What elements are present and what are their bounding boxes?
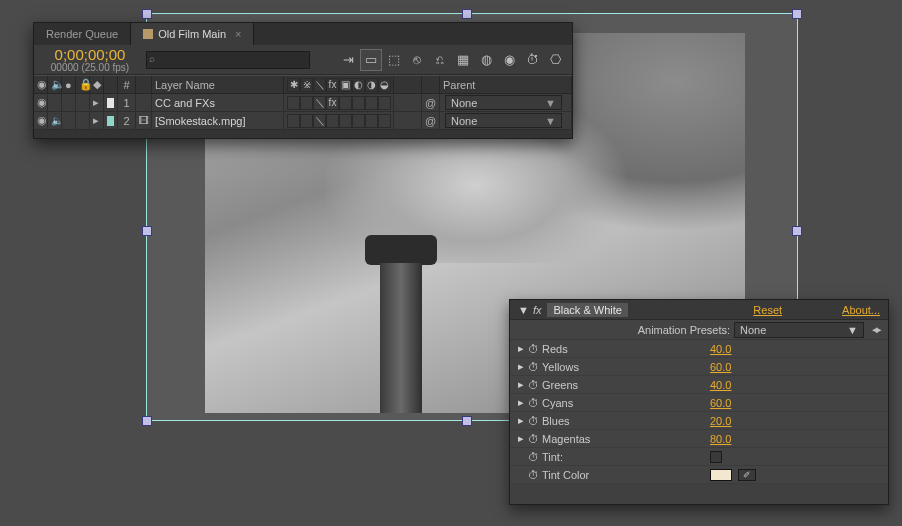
effect-reset-link[interactable]: Reset: [753, 304, 782, 316]
layer-audio-toggle[interactable]: 🔈: [48, 112, 62, 129]
property-value[interactable]: 60.0: [710, 397, 731, 409]
col-layer-name[interactable]: Layer Name: [152, 76, 284, 93]
layer-switch[interactable]: [300, 96, 313, 110]
bbox-handle[interactable]: [463, 10, 471, 18]
stopwatch-icon[interactable]: ⏱: [528, 397, 542, 409]
layer-switch[interactable]: [326, 114, 339, 128]
switch-header-icon[interactable]: ◐: [352, 78, 365, 92]
stopwatch-icon[interactable]: ⏱: [528, 379, 542, 391]
layer-lock-toggle[interactable]: [76, 112, 90, 129]
search-input[interactable]: [146, 51, 310, 69]
stopwatch-icon[interactable]: ⏱: [528, 451, 542, 463]
parent-pickwhip-icon[interactable]: @: [422, 112, 440, 129]
layer-name[interactable]: CC and FXs: [152, 94, 284, 111]
parent-dropdown[interactable]: None ▼: [445, 95, 562, 110]
property-value[interactable]: 60.0: [710, 361, 731, 373]
stopwatch-icon[interactable]: ⏱: [528, 433, 542, 445]
effect-about-link[interactable]: About...: [842, 304, 880, 316]
tool-icon[interactable]: ▦: [452, 49, 474, 71]
property-value[interactable]: 20.0: [710, 415, 731, 427]
layer-color-swatch[interactable]: [104, 112, 118, 129]
col-visibility-icon[interactable]: ◉: [34, 76, 48, 93]
layer-switch[interactable]: ＼: [313, 96, 326, 110]
effect-name[interactable]: Black & White: [547, 303, 627, 317]
property-twirl[interactable]: ▸: [518, 432, 528, 445]
col-label[interactable]: ◆: [90, 76, 104, 93]
eyedropper-icon[interactable]: ✐: [738, 469, 756, 481]
col-lock-icon[interactable]: 🔒: [76, 76, 90, 93]
layer-visibility-toggle[interactable]: ◉: [34, 112, 48, 129]
presets-nav-arrows[interactable]: ◂▸: [872, 323, 880, 336]
property-value[interactable]: 40.0: [710, 379, 731, 391]
layer-switch[interactable]: [352, 114, 365, 128]
tool-icon[interactable]: ⎌: [429, 49, 451, 71]
bbox-handle[interactable]: [143, 227, 151, 235]
property-twirl[interactable]: ▸: [518, 378, 528, 391]
current-time[interactable]: 0;00;00;00 00000 (25.00 fps): [34, 47, 146, 73]
bbox-handle[interactable]: [793, 10, 801, 18]
layer-switch[interactable]: [339, 114, 352, 128]
layer-switch[interactable]: [378, 96, 391, 110]
property-twirl[interactable]: ▸: [518, 396, 528, 409]
tool-icon[interactable]: ▭: [360, 49, 382, 71]
layer-switch[interactable]: [352, 96, 365, 110]
parent-dropdown[interactable]: None ▼: [445, 113, 562, 128]
switch-header-icon[interactable]: fx: [326, 78, 339, 92]
bbox-handle[interactable]: [793, 227, 801, 235]
layer-switch[interactable]: fx: [326, 96, 339, 110]
layer-switch[interactable]: [365, 96, 378, 110]
switch-header-icon[interactable]: ◑: [365, 78, 378, 92]
presets-dropdown[interactable]: None ▼: [734, 322, 864, 338]
bbox-handle[interactable]: [143, 417, 151, 425]
parent-pickwhip-icon[interactable]: @: [422, 94, 440, 111]
layer-switch[interactable]: ＼: [313, 114, 326, 128]
switch-header-icon[interactable]: ※: [300, 78, 313, 92]
layer-name[interactable]: [Smokestack.mpg]: [152, 112, 284, 129]
col-mode[interactable]: [394, 76, 422, 93]
layer-mode[interactable]: [394, 112, 422, 129]
layer-switch[interactable]: [287, 114, 300, 128]
layer-visibility-toggle[interactable]: ◉: [34, 94, 48, 111]
layer-twirl[interactable]: ▸: [90, 94, 104, 111]
switch-header-icon[interactable]: ◒: [378, 78, 391, 92]
tint-color-swatch[interactable]: [710, 469, 732, 481]
col-color[interactable]: [104, 76, 118, 93]
stopwatch-icon[interactable]: ⏱: [528, 469, 542, 481]
tab-composition[interactable]: Old Film Main ×: [131, 23, 254, 45]
property-value[interactable]: 40.0: [710, 343, 731, 355]
layer-switch[interactable]: [339, 96, 352, 110]
tool-icon[interactable]: ◉: [498, 49, 520, 71]
tool-icon[interactable]: ⎔: [544, 49, 566, 71]
property-twirl[interactable]: ▸: [518, 414, 528, 427]
tint-checkbox[interactable]: [710, 451, 722, 463]
layer-audio-toggle[interactable]: [48, 94, 62, 111]
property-twirl[interactable]: ▸: [518, 342, 528, 355]
property-value[interactable]: 80.0: [710, 433, 731, 445]
layer-row[interactable]: ◉ 🔈 ▸ 2 🎞 [Smokestack.mpg] ＼ @ None: [34, 112, 572, 130]
stopwatch-icon[interactable]: ⏱: [528, 415, 542, 427]
col-source-icon[interactable]: [136, 76, 152, 93]
layer-switch[interactable]: [300, 114, 313, 128]
layer-row[interactable]: ◉ ▸ 1 CC and FXs ＼ fx @ None ▼: [34, 94, 572, 112]
layer-switch[interactable]: [365, 114, 378, 128]
col-audio-icon[interactable]: 🔈: [48, 76, 62, 93]
tab-render-queue[interactable]: Render Queue: [34, 23, 131, 45]
tool-icon[interactable]: ⬚: [383, 49, 405, 71]
layer-solo-toggle[interactable]: [62, 112, 76, 129]
tool-icon[interactable]: ⏱: [521, 49, 543, 71]
tool-icon[interactable]: ◍: [475, 49, 497, 71]
layer-switch[interactable]: [287, 96, 300, 110]
switch-header-icon[interactable]: ▣: [339, 78, 352, 92]
bbox-handle[interactable]: [463, 417, 471, 425]
switch-header-icon[interactable]: ✱: [287, 78, 300, 92]
layer-switch[interactable]: [378, 114, 391, 128]
switch-header-icon[interactable]: ＼: [313, 78, 326, 92]
layer-color-swatch[interactable]: [104, 94, 118, 111]
stopwatch-icon[interactable]: ⏱: [528, 343, 542, 355]
property-twirl[interactable]: ▸: [518, 360, 528, 373]
layer-mode[interactable]: [394, 94, 422, 111]
tool-icon[interactable]: ⇥: [337, 49, 359, 71]
effect-twirl[interactable]: ▼: [518, 304, 529, 316]
close-tab-icon[interactable]: ×: [235, 28, 241, 40]
bbox-handle[interactable]: [143, 10, 151, 18]
